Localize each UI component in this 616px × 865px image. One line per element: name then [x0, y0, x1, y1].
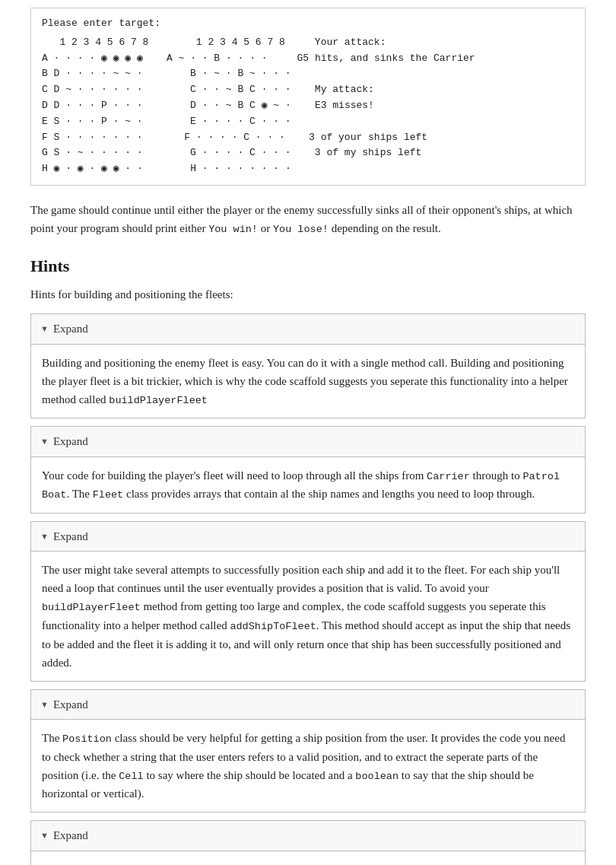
hint4-code2: Cell — [119, 771, 143, 782]
expand-header-3[interactable]: ▼ Expand — [31, 522, 585, 552]
expand-block-5: ▼ Expand The Ship class can tell you whe… — [30, 820, 586, 865]
expand-triangle-4: ▼ — [40, 698, 49, 711]
board-line-8: H ◉ · ◉ · ◉ ◉ · · H · · · · · · · · — [42, 161, 574, 177]
expand-header-1[interactable]: ▼ Expand — [31, 314, 585, 345]
expand-triangle-1: ▼ — [40, 323, 49, 336]
narrative-or: or — [258, 222, 273, 234]
narrative-section: The game should continue until either th… — [30, 201, 586, 238]
expand-header-4[interactable]: ▼ Expand — [31, 690, 585, 720]
hint3-text: The user might take several attempts to … — [42, 561, 574, 671]
expand-header-2[interactable]: ▼ Expand — [31, 427, 585, 457]
hint2-code3: Fleet — [93, 489, 124, 501]
expand-content-2: Your code for building the player's flee… — [31, 457, 585, 513]
hint2-text: Your code for building the player's flee… — [42, 466, 574, 504]
hint4-text: The Position class should be very helpfu… — [42, 729, 574, 803]
hint4-code3: boolean — [355, 771, 398, 782]
expand-content-4: The Position class should be very helpfu… — [31, 720, 585, 812]
expand-block-3: ▼ Expand The user might take several att… — [30, 521, 586, 682]
expand-label-3: Expand — [53, 528, 88, 545]
hints-title: Hints — [30, 253, 586, 278]
board-container: Please enter target: 1 2 3 4 5 6 7 8 1 2… — [30, 8, 586, 186]
hint4-code1: Position — [62, 733, 112, 745]
board-line-3: C D ~ · · · · · · C · · ~ B C · · · My a… — [42, 82, 574, 98]
expand-content-1: Building and positioning the enemy fleet… — [31, 345, 585, 418]
expand-label-2: Expand — [53, 433, 88, 450]
hint3-code1: buildPlayerFleet — [42, 602, 141, 613]
hint3-code2: addShipToFleet — [230, 621, 316, 632]
expand-block-4: ▼ Expand The Position class should be ve… — [30, 689, 586, 813]
expand-label-4: Expand — [53, 696, 88, 714]
expand-triangle-2: ▼ — [40, 435, 49, 448]
game-board-section: Please enter target: 1 2 3 4 5 6 7 8 1 2… — [30, 8, 586, 186]
board-line-5: E S · · · P · ~ · E · · · · C · · · — [42, 114, 574, 130]
expand-label-5: Expand — [53, 827, 88, 844]
narrative-text2: depending on the result. — [332, 222, 441, 234]
board-line-4: D D · · · P · · · D · · ~ B C ◉ ~ · E3 m… — [42, 98, 574, 114]
attack-label: G5 hits, and sinks the Carrier — [297, 52, 475, 64]
board-line-0: 1 2 3 4 5 6 7 8 1 2 3 4 5 6 7 8 Your att… — [42, 35, 574, 51]
expand-header-5[interactable]: ▼ Expand — [31, 821, 585, 851]
board-line-6: F S · · · · · · · F · · · · C · · · 3 of… — [42, 130, 574, 146]
board-line-1: A · · · · ◉ ◉ ◉ ◉ A ~ · · B · · · · G5 h… — [42, 51, 574, 67]
expand-content-3: The user might take several attempts to … — [31, 552, 585, 680]
board-line-2: B D · · · · ~ ~ · B · ~ · B ~ · · · — [42, 66, 574, 82]
expand-content-5: The Ship class can tell you whether a sh… — [31, 851, 585, 865]
hints-subtitle: Hints for building and positioning the f… — [30, 286, 586, 304]
expand-block-2: ▼ Expand Your code for building the play… — [30, 426, 586, 514]
hint1-text: Building and positioning the enemy fleet… — [42, 354, 574, 409]
hints-section: Hints Hints for building and positioning… — [30, 253, 586, 865]
hint1-code: buildPlayerFleet — [109, 395, 208, 406]
hint5-text: The Ship class can tell you whether a sh… — [42, 860, 574, 865]
board-prompt: Please enter target: — [42, 16, 574, 32]
lose-code: You lose! — [273, 224, 329, 235]
win-code: You win! — [208, 224, 258, 235]
expand-triangle-3: ▼ — [40, 530, 49, 543]
expand-label-1: Expand — [53, 320, 88, 338]
expand-triangle-5: ▼ — [40, 829, 49, 842]
board-line-7: G S · ~ · · · · · G · · · · C · · · 3 of… — [42, 145, 574, 161]
hint2-code1: Carrier — [427, 471, 470, 482]
expand-block-1: ▼ Expand Building and positioning the en… — [30, 313, 586, 418]
